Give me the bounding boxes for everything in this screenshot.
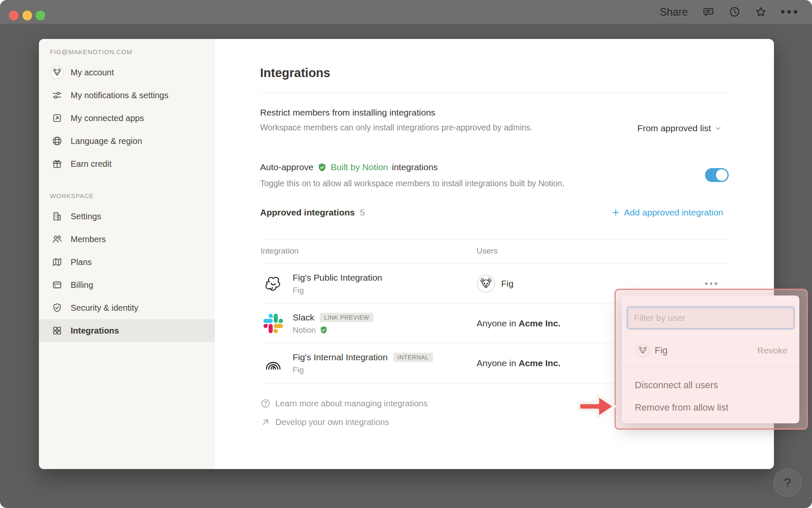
sidebar-item-plans[interactable]: Plans — [39, 251, 215, 273]
integration-subtitle: Fig — [293, 286, 304, 295]
users-cell: Anyone in Acme Inc. — [477, 304, 560, 343]
page-title: Integrations — [260, 66, 330, 80]
clock-icon[interactable] — [729, 6, 741, 18]
share-button[interactable]: Share — [660, 6, 688, 18]
sidebar-item-label: My notifications & settings — [71, 91, 168, 100]
star-icon[interactable] — [755, 6, 767, 18]
integration-subtitle: Fig — [293, 365, 304, 375]
sidebar-item-connected-apps[interactable]: My connected apps — [39, 107, 215, 130]
integration-name: Fig's Public Integration — [293, 273, 382, 283]
learn-more-link[interactable]: Learn more about managing integrations — [261, 398, 428, 409]
comment-icon[interactable] — [702, 6, 714, 18]
sidebar-item-earn-credit[interactable]: Earn credit — [39, 152, 215, 175]
verified-shield-icon — [319, 326, 328, 334]
auto-approve-prefix: Auto-approve — [260, 162, 313, 172]
help-button[interactable]: ? — [774, 469, 801, 497]
chevron-down-icon — [714, 124, 722, 132]
integration-subtitle: Notion — [293, 326, 316, 335]
gift-icon — [50, 157, 64, 171]
sliders-icon — [50, 88, 64, 102]
disconnect-all-users-item[interactable]: Disconnect all users — [622, 374, 799, 396]
traffic-light-minimize[interactable] — [22, 11, 32, 20]
sidebar-item-billing[interactable]: Billing — [39, 273, 215, 296]
arches-doodle-icon — [263, 353, 283, 373]
external-link-icon — [50, 111, 64, 125]
arrow-up-right-icon — [261, 417, 271, 427]
restrict-description: Workspace members can only install integ… — [260, 122, 552, 133]
develop-integrations-link[interactable]: Develop your own integrations — [261, 417, 389, 427]
sidebar-item-security-identity[interactable]: Security & identity — [39, 296, 215, 319]
approved-count: 5 — [360, 207, 365, 217]
workspace-section-label: WORKSPACE — [50, 192, 94, 199]
remove-from-allow-list-item[interactable]: Remove from allow list — [622, 396, 799, 419]
user-menu-popup: Fig Revoke Disconnect all users Remove f… — [622, 295, 799, 423]
popup-user-name: Fig — [655, 345, 668, 356]
question-circle-icon — [261, 398, 271, 409]
verified-shield-icon — [317, 163, 327, 172]
auto-approve-toggle[interactable] — [705, 168, 729, 182]
users-cell: Anyone in Acme Inc. — [477, 343, 560, 383]
auto-approve-suffix: integrations — [392, 162, 438, 172]
more-options-icon[interactable] — [781, 10, 797, 14]
sidebar-item-label: Settings — [71, 212, 101, 221]
shield-icon — [50, 301, 64, 315]
window-titlebar: Share — [0, 0, 812, 24]
integration-name: Slack — [293, 312, 314, 323]
sidebar-item-label: Members — [71, 235, 106, 244]
auto-approve-description: Toggle this on to allow all workspace me… — [260, 178, 641, 189]
users-text: Anyone in Acme Inc. — [477, 358, 560, 368]
sidebar-item-label: Earn credit — [71, 159, 112, 169]
traffic-light-close[interactable] — [9, 11, 19, 20]
develop-integrations-label: Develop your own integrations — [275, 417, 389, 427]
building-icon — [50, 209, 64, 224]
column-header-integration: Integration — [261, 246, 299, 256]
sidebar-item-label: My account — [71, 68, 114, 77]
filter-by-user-input[interactable] — [627, 307, 794, 329]
add-approved-integration-label: Add approved integration — [624, 207, 723, 218]
sidebar-item-label: My connected apps — [71, 113, 144, 123]
restrict-heading: Restrict members from installing integra… — [260, 108, 435, 118]
help-label: ? — [784, 475, 791, 490]
dog-avatar — [50, 65, 64, 80]
user-name: Fig — [501, 279, 513, 289]
column-header-users: Users — [477, 246, 498, 256]
traffic-light-zoom[interactable] — [36, 11, 45, 20]
sidebar-item-label: Billing — [71, 280, 93, 290]
learn-more-label: Learn more about managing integrations — [275, 399, 428, 409]
sidebar-item-my-account[interactable]: My account — [39, 61, 215, 84]
plus-icon — [612, 208, 620, 217]
restrict-dropdown-value: From approved list — [637, 123, 711, 133]
slack-logo — [263, 314, 283, 333]
add-approved-integration-button[interactable]: Add approved integration — [575, 207, 723, 218]
sidebar-item-settings[interactable]: Settings — [39, 205, 215, 228]
approved-heading: Approved integrations5 — [260, 207, 365, 218]
restrict-dropdown[interactable]: From approved list — [613, 123, 722, 133]
sidebar-item-label: Plans — [71, 257, 92, 267]
sidebar-item-label: Language & region — [71, 136, 142, 146]
sidebar-item-language-region[interactable]: Language & region — [39, 130, 215, 152]
sidebar-item-integrations[interactable]: Integrations — [39, 319, 215, 342]
settings-sidebar: FIG@MAKENOTION.COM My account My notific… — [39, 39, 215, 469]
internal-badge: INTERNAL — [393, 353, 433, 362]
row-menu-button[interactable] — [705, 282, 717, 285]
people-icon — [50, 232, 64, 246]
popup-user-row[interactable]: Fig Revoke — [622, 340, 799, 362]
users-cell: Fig — [477, 264, 513, 304]
table-top-divider — [260, 240, 727, 240]
account-email: FIG@MAKENOTION.COM — [50, 48, 132, 55]
users-text: Anyone in Acme Inc. — [477, 318, 560, 329]
dog-avatar — [636, 344, 650, 357]
link-preview-badge: LINK PREVIEW — [320, 313, 373, 322]
sidebar-item-label: Integrations — [71, 326, 119, 336]
annotation-red-arrow — [576, 392, 617, 421]
revoke-button[interactable]: Revoke — [757, 345, 787, 356]
globe-icon — [50, 134, 64, 148]
screenshot: Share FIG@MAKENOTION.COM My account My n… — [0, 0, 812, 508]
sidebar-item-notifications[interactable]: My notifications & settings — [39, 84, 215, 107]
sidebar-item-members[interactable]: Members — [39, 228, 215, 251]
built-by-notion-label: Built by Notion — [331, 162, 388, 172]
titlebar-actions: Share — [660, 0, 797, 24]
credit-card-icon — [50, 278, 64, 292]
approved-heading-label: Approved integrations — [260, 207, 355, 217]
popup-divider — [622, 367, 799, 367]
